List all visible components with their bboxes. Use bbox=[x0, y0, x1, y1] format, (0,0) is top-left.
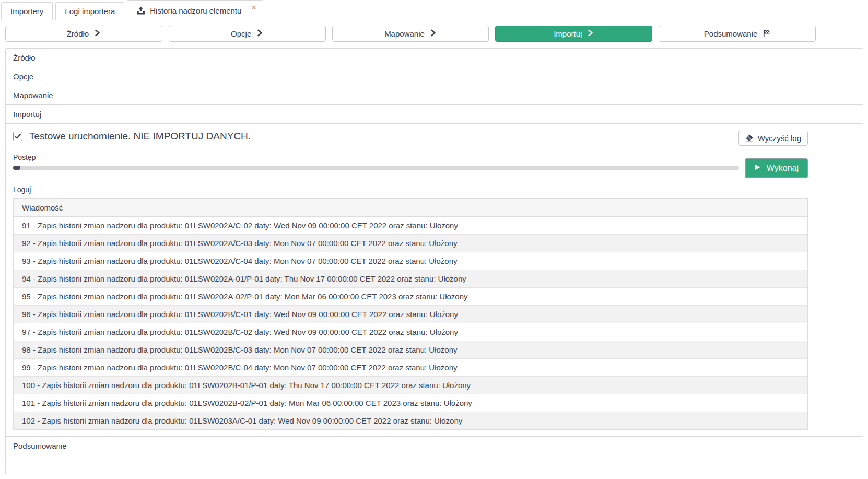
progress-bar bbox=[13, 166, 739, 170]
log-row: 92 - Zapis historii zmian nadzoru dla pr… bbox=[14, 235, 807, 252]
execute-label: Wykonaj bbox=[767, 163, 799, 173]
chevron-right-icon bbox=[94, 29, 101, 38]
log-row: 98 - Zapis historii zmian nadzoru dla pr… bbox=[14, 341, 807, 359]
import-wizard-accordion: Źródło Opcje Mapowanie Importuj Testowe … bbox=[5, 48, 863, 474]
wizard-step-podsumowanie[interactable]: Podsumowanie bbox=[659, 26, 816, 42]
tab-label: Importery bbox=[10, 7, 43, 16]
tab-bar: Importery Logi importera Historia nadzor… bbox=[0, 0, 868, 20]
tab-logi-importera[interactable]: Logi importera bbox=[55, 2, 124, 20]
tab-label: Historia nadzoru elementu bbox=[150, 6, 241, 15]
clear-log-label: Wyczyść log bbox=[758, 134, 801, 143]
wizard-steps: Źródło Opcje Mapowanie Importuj Podsumow… bbox=[5, 26, 816, 42]
accordion-header-importuj[interactable]: Importuj bbox=[6, 104, 863, 123]
log-row: 99 - Zapis historii zmian nadzoru dla pr… bbox=[14, 359, 807, 377]
wizard-step-importuj[interactable]: Importuj bbox=[495, 26, 652, 42]
accordion-header-opcje[interactable]: Opcje bbox=[6, 67, 863, 86]
finish-flag-icon bbox=[763, 29, 770, 39]
step-label: Mapowanie bbox=[384, 29, 425, 38]
chevron-right-icon bbox=[587, 29, 594, 38]
step-label: Opcje bbox=[231, 29, 251, 38]
progress-label: Postęp bbox=[13, 153, 739, 161]
eraser-icon bbox=[745, 134, 754, 143]
chevron-right-icon bbox=[430, 29, 437, 38]
log-row: 91 - Zapis historii zmian nadzoru dla pr… bbox=[14, 217, 807, 235]
accordion-header-mapowanie[interactable]: Mapowanie bbox=[6, 86, 863, 104]
tab-historia-nadzoru-elementu[interactable]: Historia nadzoru elementu × bbox=[127, 0, 263, 20]
progress-fill bbox=[13, 166, 20, 170]
step-label: Importuj bbox=[554, 29, 582, 38]
log-row: 100 - Zapis historii zmian nadzoru dla p… bbox=[14, 377, 807, 394]
log-row: 97 - Zapis historii zmian nadzoru dla pr… bbox=[14, 323, 807, 341]
progress-row: Postęp Wykonaj bbox=[13, 153, 808, 170]
upload-icon bbox=[136, 6, 145, 15]
accordion-header-zrodlo[interactable]: Źródło bbox=[6, 49, 863, 67]
step-label: Źródło bbox=[67, 29, 89, 38]
log-row: 95 - Zapis historii zmian nadzoru dla pr… bbox=[14, 288, 807, 306]
log-row: 101 - Zapis historii zmian nadzoru dla p… bbox=[14, 394, 807, 412]
check-icon bbox=[14, 133, 21, 140]
log-table: Wiadomość 91 - Zapis historii zmian nadz… bbox=[13, 198, 808, 430]
wizard-step-opcje[interactable]: Opcje bbox=[169, 26, 326, 42]
test-run-label: Testowe uruchomienie. NIE IMPORTUJ DANYC… bbox=[29, 131, 251, 142]
log-row: 93 - Zapis historii zmian nadzoru dla pr… bbox=[14, 252, 807, 270]
wizard-step-zrodlo[interactable]: Źródło bbox=[5, 26, 162, 42]
test-run-checkbox[interactable] bbox=[13, 132, 22, 141]
play-icon bbox=[754, 163, 761, 173]
log-row: 96 - Zapis historii zmian nadzoru dla pr… bbox=[14, 306, 807, 323]
log-table-header: Wiadomość bbox=[14, 199, 807, 217]
tab-importery[interactable]: Importery bbox=[1, 2, 53, 20]
execute-button[interactable]: Wykonaj bbox=[745, 158, 808, 178]
progress-column: Postęp bbox=[13, 153, 739, 170]
test-run-row: Testowe uruchomienie. NIE IMPORTUJ DANYC… bbox=[13, 131, 808, 146]
clear-log-button[interactable]: Wyczyść log bbox=[738, 131, 808, 146]
tab-label: Logi importera bbox=[65, 7, 115, 16]
close-icon[interactable]: × bbox=[251, 3, 256, 12]
log-table-body: 91 - Zapis historii zmian nadzoru dla pr… bbox=[14, 217, 807, 429]
wizard-step-mapowanie[interactable]: Mapowanie bbox=[332, 26, 489, 42]
log-label: Loguj bbox=[13, 185, 808, 194]
test-run-checkbox-row[interactable]: Testowe uruchomienie. NIE IMPORTUJ DANYC… bbox=[13, 131, 251, 142]
log-row: 94 - Zapis historii zmian nadzoru dla pr… bbox=[14, 270, 807, 288]
log-row: 102 - Zapis historii zmian nadzoru dla p… bbox=[14, 412, 807, 429]
chevron-right-icon bbox=[256, 29, 263, 38]
import-section-body: Testowe uruchomienie. NIE IMPORTUJ DANYC… bbox=[6, 123, 863, 436]
accordion-header-podsumowanie[interactable]: Podsumowanie bbox=[6, 436, 863, 455]
step-label: Podsumowanie bbox=[704, 29, 758, 38]
